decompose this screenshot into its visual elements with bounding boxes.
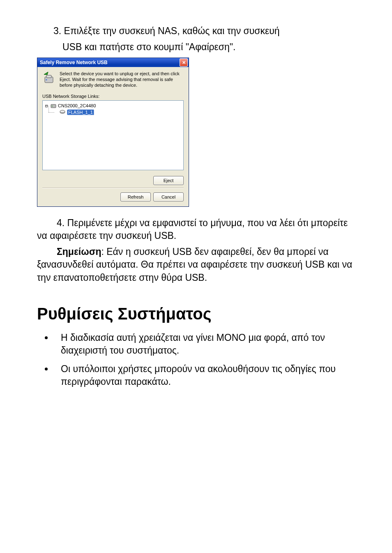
safely-remove-dialog: Safely Remove Network USB ✕ Select the d… [37, 58, 189, 207]
tree-child-row[interactable]: FLASH_1_1 [45, 109, 181, 116]
collapse-icon[interactable]: ⊟ [45, 103, 50, 109]
eject-button[interactable]: Eject [153, 176, 184, 185]
tree-root-label: CNS2000_2C4480 [58, 103, 96, 108]
step-3-line-1: 3. Επιλέξτε την συσκευή NAS, καθώς και τ… [37, 25, 355, 37]
close-icon: ✕ [182, 60, 186, 65]
section-title: Ρυθμίσεις Συστήματος [37, 305, 355, 323]
disk-icon [59, 109, 66, 116]
dialog-title: Safely Remove Network USB [40, 60, 108, 65]
refresh-button[interactable]: Refresh [120, 192, 151, 201]
tree-root-row[interactable]: ⊟ CNS2000_2C4480 [45, 102, 181, 109]
bullet-item-2: Οι υπόλοιποι χρήστες μπορούν να ακολουθή… [53, 363, 355, 388]
dialog-intro-text: Select the device you want to unplug or … [60, 71, 184, 88]
tree-child-label: FLASH_1_1 [67, 109, 94, 115]
svg-point-6 [60, 110, 65, 113]
step-4-paragraph: 4. Περιμένετε μέχρι να εμφανιστεί το μήν… [37, 217, 355, 242]
note-paragraph: Σημείωση: Εάν η συσκευή USB δεν αφαιρεθε… [37, 245, 355, 284]
device-icon [50, 102, 57, 109]
step-3-line-2: USB και πατήστε στο κουμπί "Αφαίρεση". [37, 41, 355, 53]
svg-point-2 [46, 79, 47, 81]
dialog-titlebar: Safely Remove Network USB ✕ [37, 58, 189, 67]
bullet-list: Η διαδικασία αυτή χρειάζεται να γίνει ΜΟ… [37, 331, 355, 388]
note-label: Σημείωση [57, 246, 101, 257]
hardware-icon [42, 71, 55, 84]
cancel-button[interactable]: Cancel [153, 192, 184, 201]
svg-point-4 [52, 106, 53, 106]
device-tree[interactable]: ⊟ CNS2000_2C4480 FLASH_1_1 [42, 100, 184, 170]
links-label: USB Network Storage Links: [42, 94, 184, 99]
dialog-separator [42, 187, 184, 188]
svg-rect-3 [51, 104, 56, 108]
svg-rect-1 [46, 75, 51, 78]
close-button[interactable]: ✕ [180, 58, 188, 67]
bullet-item-1: Η διαδικασία αυτή χρειάζεται να γίνει ΜΟ… [53, 331, 355, 357]
